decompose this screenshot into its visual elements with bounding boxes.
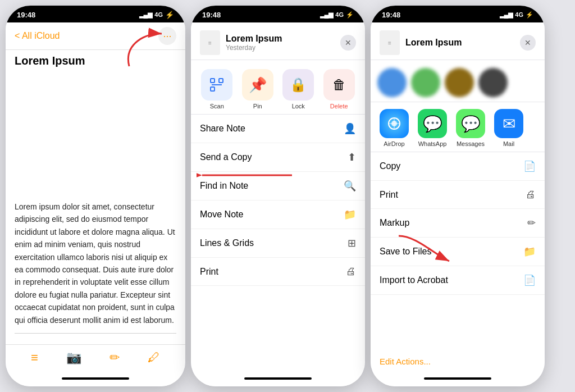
- print-icon: 🖨: [346, 266, 356, 277]
- note-thumbnail: ≡: [200, 30, 220, 55]
- status-bar-1: 19:48 ▂▄▆ 4G ⚡: [6, 6, 185, 22]
- svg-rect-2: [219, 79, 223, 83]
- menu-item-share-note[interactable]: Share Note 👤: [191, 115, 365, 143]
- save-files-label: Save to Files: [380, 247, 431, 257]
- move-label: Move Note: [200, 209, 243, 220]
- status-icons-2: ▂▄▆ 4G ⚡: [320, 11, 354, 19]
- more-icon: ···: [163, 30, 171, 42]
- acrobat-icon: 📄: [523, 274, 536, 286]
- compose-icon[interactable]: 🖊: [148, 350, 160, 365]
- home-bar-2: [244, 377, 312, 380]
- close-icon: ✕: [345, 38, 352, 47]
- contact-avatar-3[interactable]: [445, 68, 474, 97]
- print-icon-3: 🖨: [526, 189, 536, 200]
- battery-icon: ⚡: [165, 11, 174, 19]
- share-menu: Copy 📄 Print 🖨 Markup ✏ Save to Files 📁 …: [371, 152, 545, 350]
- sheet-title-3: Lorem Ipsum: [405, 38, 462, 48]
- airdrop-label: AirDrop: [384, 140, 404, 147]
- share-app-messages[interactable]: 💬 Messages: [451, 109, 490, 147]
- whatsapp-icon: 💬: [418, 109, 447, 138]
- status-time-1: 19:48: [17, 11, 35, 19]
- sheet-title: Lorem Ipsum: [226, 34, 282, 44]
- action-scan[interactable]: Scan: [201, 69, 232, 110]
- signal-icon-2: ▂▄▆: [320, 11, 334, 19]
- share-note-icon: 👤: [344, 122, 356, 135]
- sheet-close-button[interactable]: ✕: [340, 35, 356, 51]
- scan-icon-circle: [201, 69, 232, 101]
- signal-icon: ▂▄▆: [139, 11, 153, 19]
- lines-icon: ⊞: [348, 237, 356, 249]
- more-button[interactable]: ···: [158, 27, 176, 45]
- phone-2: 19:48 ▂▄▆ 4G ⚡ ≡ Lorem Ipsum Yesterday ✕: [191, 6, 365, 386]
- messages-label: Messages: [457, 140, 485, 147]
- markup-toolbar-icon[interactable]: ✏: [109, 350, 120, 365]
- lines-label: Lines & Grids: [200, 238, 254, 248]
- lock-icon-circle: 🔒: [282, 69, 314, 101]
- status-icons-3: ▂▄▆ 4G ⚡: [500, 11, 533, 19]
- share-menu-save-files[interactable]: Save to Files 📁: [371, 238, 545, 266]
- edit-actions[interactable]: Edit Actions...: [371, 350, 545, 373]
- share-menu-print[interactable]: Print 🖨: [371, 181, 545, 209]
- action-lock[interactable]: 🔒 Lock: [282, 69, 314, 110]
- network-label-2: 4G: [335, 11, 344, 18]
- mail-label: Mail: [503, 140, 514, 147]
- whatsapp-label: WhatsApp: [418, 140, 447, 147]
- share-note-label: Share Note: [200, 124, 245, 134]
- status-icons-1: ▂▄▆ 4G ⚡: [139, 11, 174, 19]
- share-app-airdrop[interactable]: AirDrop: [375, 109, 413, 147]
- home-indicator-2: [191, 373, 365, 386]
- contact-avatar-4[interactable]: [478, 68, 508, 97]
- menu-item-send-copy[interactable]: Send a Copy ⬆: [191, 143, 365, 172]
- note-title: Lorem Ipsum: [6, 50, 185, 196]
- send-copy-label: Send a Copy: [200, 152, 252, 162]
- contact-avatar-2[interactable]: [411, 68, 440, 97]
- send-copy-icon: ⬆: [348, 151, 356, 163]
- note-line: [15, 333, 176, 334]
- menu-list-2: Share Note 👤 Send a Copy ⬆ Find in Note …: [191, 115, 365, 373]
- phone-3: 19:48 ▂▄▆ 4G ⚡ ≡ Lorem Ipsum ✕: [371, 6, 545, 386]
- find-icon: 🔍: [344, 180, 356, 192]
- pin-icon-circle: 📌: [242, 69, 273, 101]
- status-bar-3: 19:48 ▂▄▆ 4G ⚡: [371, 6, 545, 22]
- action-delete[interactable]: 🗑 Delete: [323, 69, 355, 110]
- menu-item-find[interactable]: Find in Note 🔍: [191, 172, 365, 200]
- share-menu-copy[interactable]: Copy 📄: [371, 152, 545, 181]
- move-icon: 📁: [344, 208, 356, 221]
- battery-icon-2: ⚡: [346, 11, 354, 19]
- markup-label: Markup: [380, 218, 409, 228]
- print-label-3: Print: [380, 190, 398, 200]
- pin-icon: 📌: [249, 76, 267, 94]
- sheet-title-block: Lorem Ipsum Yesterday: [226, 34, 282, 52]
- note-text: Lorem ipsum dolor sit amet, consectetur …: [15, 202, 175, 325]
- find-label: Find in Note: [200, 181, 248, 191]
- battery-icon-3: ⚡: [526, 11, 533, 19]
- back-button[interactable]: < All iCloud: [15, 31, 60, 41]
- share-app-whatsapp[interactable]: 💬 WhatsApp: [413, 109, 451, 147]
- contact-avatar-1[interactable]: [377, 68, 407, 97]
- svg-rect-1: [211, 79, 215, 83]
- action-pin[interactable]: 📌 Pin: [242, 69, 273, 110]
- lock-label: Lock: [292, 103, 305, 110]
- share-menu-acrobat[interactable]: Import to Acrobat 📄: [371, 266, 545, 295]
- save-files-icon: 📁: [523, 245, 536, 258]
- svg-rect-3: [211, 87, 215, 91]
- share-menu-markup[interactable]: Markup ✏: [371, 209, 545, 238]
- menu-item-print[interactable]: Print 🖨: [191, 258, 365, 286]
- network-label-3: 4G: [515, 11, 523, 18]
- status-bar-2: 19:48 ▂▄▆ 4G ⚡: [191, 6, 365, 22]
- markup-icon: ✏: [527, 217, 536, 229]
- home-bar-3: [424, 377, 491, 380]
- note-body: Lorem ipsum dolor sit amet, consectetur …: [6, 196, 185, 344]
- airdrop-icon: [380, 109, 409, 138]
- sheet-close-button-3[interactable]: ✕: [520, 35, 536, 51]
- menu-item-lines[interactable]: Lines & Grids ⊞: [191, 229, 365, 258]
- home-bar: [62, 377, 129, 380]
- list-icon[interactable]: ≡: [31, 350, 38, 365]
- sheet-header-2: ≡ Lorem Ipsum Yesterday ✕: [191, 22, 365, 60]
- phone-1: 19:48 ▂▄▆ 4G ⚡ < All iCloud ··· Lorem Ip…: [6, 6, 185, 386]
- network-label: 4G: [154, 11, 163, 18]
- camera-icon[interactable]: 📷: [66, 350, 81, 365]
- sheet-subtitle: Yesterday: [226, 44, 282, 52]
- share-app-mail[interactable]: ✉ Mail: [490, 109, 528, 147]
- menu-item-move[interactable]: Move Note 📁: [191, 200, 365, 229]
